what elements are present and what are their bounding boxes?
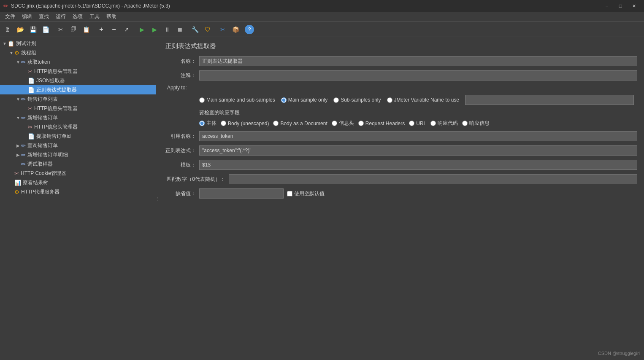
check-body-unescaped-option[interactable]: Body (unescaped) [221, 121, 269, 126]
menu-item-文件[interactable]: 文件 [2, 12, 19, 21]
window-title: SDCC.jmx (E:\apache-jmeter-5.1\bin\SDCC.… [11, 3, 600, 9]
help-button[interactable]: ? [245, 25, 254, 34]
tree-item-thread-group[interactable]: ▼⚙线程组 [0, 48, 156, 57]
apply-jmeter-var-option[interactable]: JMeter Variable Name to use [387, 97, 460, 103]
check-headers-option[interactable]: 信息头 [332, 120, 354, 127]
pkg-button[interactable]: 📦 [230, 24, 241, 35]
tree-item-regex-extractor[interactable]: 📄正则表达式提取器 [0, 85, 156, 94]
menu-item-查找[interactable]: 查找 [35, 12, 52, 21]
check-req-headers-option[interactable]: Request Headers [358, 121, 405, 126]
check-response-msg-option[interactable]: 响应信息 [462, 120, 490, 127]
tree-item-http-header-manager2[interactable]: ✂HTTP信息头管理器 [0, 104, 156, 113]
minimize-button[interactable]: − [600, 0, 614, 12]
tree-arrow-sales-order-list[interactable]: ▼ [15, 97, 21, 102]
apply-main-only-radio[interactable] [281, 97, 287, 103]
check-response-msg-radio[interactable] [462, 121, 468, 126]
pause-button[interactable]: ⏸ [161, 24, 173, 35]
cut-button[interactable]: ✂ [55, 24, 67, 35]
regex-label: 正则表达式： [165, 147, 199, 154]
add-button[interactable]: + [95, 24, 107, 35]
tree-item-get-token[interactable]: ▼✏获取token [0, 57, 156, 67]
tree-item-http-cookie-manager[interactable]: ✂HTTP Cookie管理器 [0, 169, 156, 178]
use-empty-checkbox[interactable] [287, 191, 292, 196]
ref-name-input[interactable] [199, 131, 637, 141]
check-response-code-radio[interactable] [430, 121, 436, 126]
menu-item-工具[interactable]: 工具 [86, 12, 103, 21]
apply-main-sub-option[interactable]: Main sample and sub-samples [199, 97, 275, 103]
menu-item-运行[interactable]: 运行 [52, 12, 69, 21]
move-button[interactable]: ↗ [121, 24, 133, 35]
tree-arrow-new-sales-order[interactable]: ▼ [15, 116, 21, 120]
paste-button[interactable]: 📋 [80, 24, 92, 35]
ssl-button[interactable]: 🛡 [202, 24, 214, 35]
copy-button[interactable]: 🗐 [68, 24, 79, 35]
check-url-radio[interactable] [409, 121, 414, 126]
regex-input[interactable] [199, 145, 637, 156]
config-button[interactable]: 🔧 [189, 24, 201, 35]
check-field-section: 要检查的响应字段 [199, 109, 637, 116]
apply-jmeter-var-radio[interactable] [387, 97, 392, 103]
check-field-label: 要检查的响应字段 [199, 110, 240, 116]
jmeter-var-input[interactable] [465, 95, 634, 105]
start-button[interactable]: ▶ [136, 24, 148, 35]
start-no-pause-button[interactable]: ▶ [149, 24, 160, 35]
apply-main-sub-radio[interactable] [199, 97, 205, 103]
menu-item-选项[interactable]: 选项 [69, 12, 86, 21]
match-num-input[interactable] [229, 174, 637, 184]
save-as-button[interactable]: 📄 [40, 24, 51, 35]
tree-item-get-sales-order-id[interactable]: 📄提取销售订单id [0, 132, 156, 141]
menu-item-帮助[interactable]: 帮助 [103, 12, 120, 21]
apply-sub-only-option[interactable]: Sub-samples only [333, 97, 381, 103]
tree-arrow-query-sales-order[interactable]: ▶ [15, 143, 21, 148]
tree-item-new-sales-order[interactable]: ▼✏新增销售订单 [0, 113, 156, 122]
tree-icon-get-token: ✏ [21, 59, 26, 65]
name-input[interactable] [199, 56, 637, 66]
tree-item-sales-order-list[interactable]: ▼✏销售订单列表 [0, 94, 156, 104]
cut2-button[interactable]: ✂ [217, 24, 229, 35]
tree-item-http-header-manager[interactable]: ✂HTTP信息头管理器 [0, 67, 156, 76]
default-input[interactable] [199, 188, 284, 199]
check-body-doc-option[interactable]: Body as a Document [273, 121, 327, 126]
check-url-label: URL [416, 121, 426, 126]
check-headers-label: 信息头 [339, 120, 354, 127]
tree-item-debug-sampler[interactable]: ✏调试取样器 [0, 159, 156, 169]
save-button[interactable]: 💾 [27, 24, 39, 35]
apply-sub-only-radio[interactable] [333, 97, 339, 103]
tree-item-test-plan[interactable]: ▼📋测试计划 [0, 39, 156, 48]
check-headers-radio[interactable] [332, 121, 337, 126]
check-body-unescaped-radio[interactable] [221, 121, 226, 126]
tree-item-new-sales-order-detail[interactable]: ▶✏新增销售订单明细 [0, 150, 156, 159]
tree-icon-get-sales-order-id: 📄 [28, 133, 35, 140]
remove-button[interactable]: − [108, 24, 120, 35]
comment-input[interactable] [199, 70, 637, 81]
tree-item-query-sales-order[interactable]: ▶✏查询销售订单 [0, 141, 156, 150]
use-empty-option[interactable]: 使用空默认值 [287, 190, 325, 197]
new-button[interactable]: 🗎 [2, 24, 14, 35]
maximize-button[interactable]: □ [614, 0, 627, 12]
tree-icon-http-header-manager3: ✂ [28, 124, 32, 130]
regex-row: 正则表达式： [165, 145, 637, 156]
tree-arrow-get-token[interactable]: ▼ [15, 60, 21, 64]
open-button[interactable]: 📂 [14, 24, 26, 35]
apply-main-only-label: Main sample only [288, 97, 327, 103]
check-body-radio[interactable] [199, 121, 205, 126]
tree-icon-thread-group: ⚙ [14, 50, 19, 56]
tree-arrow-new-sales-order-detail[interactable]: ▶ [15, 153, 21, 157]
tree-item-http-proxy-server[interactable]: ⚙HTTP代理服务器 [0, 187, 156, 196]
close-button[interactable]: ✕ [627, 0, 641, 12]
tree-icon-new-sales-order-detail: ✏ [21, 152, 26, 158]
menu-item-编辑[interactable]: 编辑 [19, 12, 35, 21]
apply-main-only-option[interactable]: Main sample only [281, 97, 327, 103]
check-body-doc-radio[interactable] [273, 121, 279, 126]
tree-arrow-thread-group[interactable]: ▼ [8, 51, 14, 55]
check-url-option[interactable]: URL [409, 121, 426, 126]
check-response-code-option[interactable]: 响应代码 [430, 120, 458, 127]
tree-item-json-extractor[interactable]: 📄JSON提取器 [0, 76, 156, 85]
tree-item-http-header-manager3[interactable]: ✂HTTP信息头管理器 [0, 122, 156, 132]
tree-arrow-test-plan[interactable]: ▼ [2, 41, 8, 46]
stop-button[interactable]: ⏹ [174, 24, 186, 35]
tree-item-view-results-tree[interactable]: 📊察看结果树 [0, 178, 156, 187]
check-req-headers-radio[interactable] [358, 121, 364, 126]
template-input[interactable] [199, 160, 637, 170]
check-body-option[interactable]: 主体 [199, 120, 216, 127]
